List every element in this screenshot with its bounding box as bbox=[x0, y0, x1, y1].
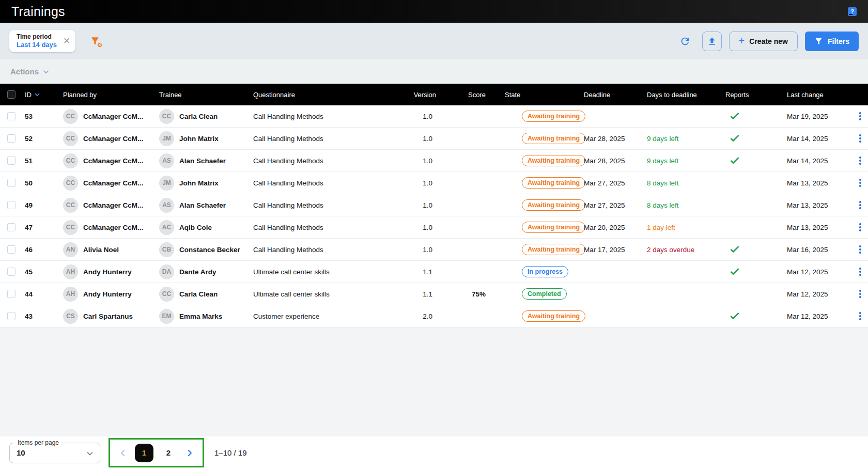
table-row[interactable]: 51 CC CcManager CcM... AS Alan Schaefer … bbox=[0, 150, 868, 172]
help-icon[interactable]: ? bbox=[848, 7, 857, 16]
page-button-2[interactable]: 2 bbox=[159, 444, 178, 462]
cell-days-to-deadline: 8 days left bbox=[647, 179, 725, 187]
cell-deadline: Mar 27, 2025 bbox=[584, 201, 647, 209]
cell-last-change: Mar 19, 2025 bbox=[787, 113, 857, 120]
planned-by-name: Andy Hunterry bbox=[83, 290, 132, 298]
cell-reports bbox=[725, 111, 787, 121]
pagination-highlight-box: 12 bbox=[109, 438, 204, 467]
cell-deadline: Mar 27, 2025 bbox=[584, 179, 647, 187]
row-checkbox[interactable] bbox=[7, 290, 16, 298]
row-checkbox[interactable] bbox=[7, 201, 16, 209]
table-row[interactable]: 52 CC CcManager CcM... JM John Matrix Ca… bbox=[0, 128, 868, 150]
actions-dropdown[interactable]: Actions bbox=[10, 67, 39, 76]
cell-state: Awaiting training bbox=[505, 222, 584, 233]
cell-version: 1.0 bbox=[400, 157, 436, 165]
cell-version: 1.0 bbox=[400, 201, 436, 209]
cell-questionnaire: Call Handling Methods bbox=[253, 246, 400, 254]
avatar: AS bbox=[159, 198, 174, 213]
cell-id: 46 bbox=[25, 246, 63, 254]
toolbar: Time period Last 14 days ✕ ✕ bbox=[0, 23, 868, 59]
column-header-last-change[interactable]: Last change bbox=[787, 91, 857, 99]
clear-filters-icon[interactable]: ✕ bbox=[90, 36, 101, 47]
previous-page-button[interactable] bbox=[117, 447, 129, 459]
row-checkbox[interactable] bbox=[7, 312, 16, 320]
row-menu-icon[interactable] bbox=[857, 110, 863, 122]
cell-last-change: Mar 14, 2025 bbox=[787, 157, 857, 165]
report-check-icon bbox=[730, 267, 740, 277]
column-header-version[interactable]: Version bbox=[400, 91, 436, 99]
state-badge: Completed bbox=[522, 288, 567, 300]
state-badge: Awaiting training bbox=[522, 111, 585, 122]
table-row[interactable]: 50 CC CcManager CcM... JM John Matrix Ca… bbox=[0, 172, 868, 194]
cell-deadline: Mar 28, 2025 bbox=[584, 135, 647, 143]
row-checkbox[interactable] bbox=[7, 268, 16, 276]
avatar: JM bbox=[159, 131, 174, 146]
column-header-days-to-deadline[interactable]: Days to deadline bbox=[647, 91, 725, 99]
cell-id: 50 bbox=[25, 179, 63, 187]
row-menu-icon[interactable] bbox=[857, 199, 863, 211]
row-menu-icon[interactable] bbox=[857, 288, 863, 300]
items-per-page-select[interactable]: Items per page 10 bbox=[9, 443, 100, 463]
row-checkbox[interactable] bbox=[7, 223, 16, 231]
row-menu-icon[interactable] bbox=[857, 243, 863, 256]
row-checkbox[interactable] bbox=[7, 179, 16, 187]
create-new-label: Create new bbox=[749, 37, 788, 45]
state-badge: Awaiting training bbox=[522, 133, 585, 145]
column-header-state[interactable]: State bbox=[505, 91, 584, 99]
row-checkbox[interactable] bbox=[7, 245, 16, 254]
cell-trainee: CC Carla Clean bbox=[159, 287, 253, 302]
row-checkbox[interactable] bbox=[7, 134, 16, 143]
table-row[interactable]: 44 AH Andy Hunterry CC Carla Clean Ultim… bbox=[0, 283, 868, 305]
column-header-id[interactable]: ID bbox=[25, 91, 63, 99]
state-badge: Awaiting training bbox=[522, 244, 585, 256]
items-per-page-label: Items per page bbox=[15, 439, 61, 446]
column-header-score[interactable]: Score bbox=[436, 91, 505, 99]
row-menu-icon[interactable] bbox=[857, 221, 863, 233]
table-row[interactable]: 47 CC CcManager CcM... AC Aqib Cole Call… bbox=[0, 216, 868, 239]
select-all-checkbox[interactable] bbox=[7, 90, 16, 99]
empty-area bbox=[0, 327, 868, 436]
row-menu-icon[interactable] bbox=[857, 177, 863, 189]
table-row[interactable]: 46 AN Alivia Noel CB Constance Becker Ca… bbox=[0, 239, 868, 261]
cell-version: 1.1 bbox=[400, 290, 436, 298]
table-body: 53 CC CcManager CcM... CC Carla Clean Ca… bbox=[0, 105, 868, 327]
refresh-button[interactable] bbox=[675, 32, 695, 51]
plus-icon: + bbox=[739, 36, 745, 46]
create-new-button[interactable]: + Create new bbox=[729, 32, 798, 51]
column-header-planned-by[interactable]: Planned by bbox=[63, 91, 159, 99]
export-button[interactable] bbox=[702, 32, 722, 51]
row-menu-icon[interactable] bbox=[857, 132, 863, 145]
planned-by-name: Alivia Noel bbox=[83, 246, 119, 254]
row-checkbox[interactable] bbox=[7, 157, 16, 165]
row-menu-icon[interactable] bbox=[857, 310, 863, 322]
cell-reports bbox=[725, 311, 787, 321]
time-period-filter-chip[interactable]: Time period Last 14 days ✕ bbox=[9, 30, 75, 52]
avatar: AC bbox=[159, 220, 174, 235]
row-menu-icon[interactable] bbox=[857, 154, 863, 167]
planned-by-name: CcManager CcM... bbox=[83, 135, 143, 143]
avatar: JM bbox=[159, 176, 174, 191]
cell-planned-by: CC CcManager CcM... bbox=[63, 131, 159, 146]
close-icon[interactable]: ✕ bbox=[63, 37, 70, 45]
filters-button[interactable]: Filters bbox=[805, 32, 859, 51]
table-row[interactable]: 43 CS Carl Spartanus EM Emma Marks Custo… bbox=[0, 305, 868, 327]
column-header-questionnaire[interactable]: Questionnaire bbox=[253, 91, 400, 99]
app-header: Trainings ? bbox=[0, 0, 868, 23]
next-page-button[interactable] bbox=[183, 447, 196, 459]
trainee-name: John Matrix bbox=[179, 179, 219, 187]
table-row[interactable]: 45 AH Andy Hunterry DA Dante Ardy Ultima… bbox=[0, 261, 868, 283]
filters-label: Filters bbox=[828, 37, 849, 45]
cell-id: 51 bbox=[25, 157, 63, 165]
table-row[interactable]: 49 CC CcManager CcM... AS Alan Schaefer … bbox=[0, 194, 868, 216]
row-checkbox[interactable] bbox=[7, 112, 16, 120]
column-header-reports[interactable]: Reports bbox=[725, 91, 787, 99]
cell-days-to-deadline: 1 day left bbox=[647, 224, 725, 231]
cell-state: Completed bbox=[505, 288, 584, 300]
column-header-trainee[interactable]: Trainee bbox=[159, 91, 253, 99]
page-button-1[interactable]: 1 bbox=[135, 444, 153, 462]
table-row[interactable]: 53 CC CcManager CcM... CC Carla Clean Ca… bbox=[0, 105, 868, 128]
column-header-deadline[interactable]: Deadline bbox=[584, 91, 647, 99]
cell-trainee: DA Dante Ardy bbox=[159, 264, 253, 279]
cell-trainee: AS Alan Schaefer bbox=[159, 198, 253, 213]
row-menu-icon[interactable] bbox=[857, 265, 863, 278]
